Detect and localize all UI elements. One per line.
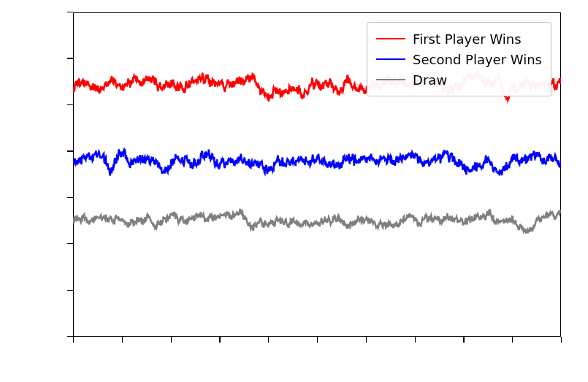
legend-swatch-icon	[376, 79, 405, 81]
legend-label: First Player Wins	[413, 31, 522, 47]
xtick	[366, 337, 367, 343]
xtick	[171, 337, 172, 343]
ytick	[67, 243, 73, 244]
legend-item: Second Player Wins	[376, 49, 542, 69]
ytick	[67, 12, 73, 12]
xtick	[219, 337, 220, 343]
legend-swatch-icon	[376, 58, 405, 61]
ytick	[67, 290, 73, 291]
chart: First Player Wins Second Player Wins Dra…	[0, 0, 588, 382]
ytick	[67, 197, 73, 198]
series-second-player-wins	[73, 149, 561, 175]
legend-item: First Player Wins	[376, 28, 542, 49]
ytick	[67, 58, 73, 58]
ytick	[67, 150, 73, 151]
ytick	[67, 336, 73, 337]
xtick	[415, 337, 416, 343]
xtick	[561, 337, 562, 343]
legend: First Player Wins Second Player Wins Dra…	[367, 22, 551, 96]
xtick	[463, 337, 464, 343]
xtick	[512, 337, 513, 343]
xtick	[122, 337, 123, 343]
series-draw	[73, 209, 561, 232]
xtick	[268, 337, 269, 343]
ytick	[67, 104, 73, 105]
xtick	[73, 337, 74, 343]
legend-swatch-icon	[376, 38, 405, 40]
legend-item: Draw	[376, 69, 542, 90]
legend-label: Draw	[413, 72, 447, 88]
xtick	[317, 337, 318, 343]
legend-label: Second Player Wins	[413, 52, 542, 67]
